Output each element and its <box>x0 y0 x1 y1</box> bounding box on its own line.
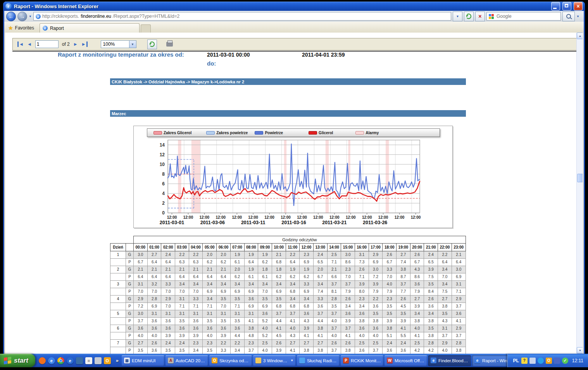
url-domain: finderonline.eu <box>81 14 111 19</box>
outlook-icon[interactable]: O <box>104 357 111 364</box>
cell-value: 4.4 <box>272 317 286 325</box>
forward-button[interactable]: → <box>17 12 27 21</box>
language-indicator[interactable]: PL <box>513 358 519 363</box>
tab-favicon: e <box>43 26 48 31</box>
refresh-button[interactable] <box>464 12 474 21</box>
minimize-button[interactable] <box>551 2 560 10</box>
outlook-tray-icon[interactable]: O <box>546 358 552 364</box>
help-icon[interactable]: ? <box>521 358 528 364</box>
svg-text:2011-03-06: 2011-03-06 <box>200 220 225 225</box>
start-button[interactable]: start <box>0 354 35 367</box>
taskbar-button[interactable]: 3 Windows E...▼ <box>253 355 296 366</box>
firefox-icon[interactable] <box>39 357 46 364</box>
taskbar-button[interactable]: Słuchaj Radio ... <box>297 355 340 366</box>
refresh-report-button[interactable] <box>147 40 157 49</box>
display-icon[interactable] <box>529 358 536 364</box>
row-type: G <box>126 251 134 258</box>
cell-value: 6.9 <box>244 303 258 310</box>
cell-value: 2.2 <box>438 251 452 258</box>
first-page-button[interactable]: ◄ <box>17 41 24 47</box>
network-icon[interactable] <box>554 358 560 364</box>
group-dropdown-icon[interactable]: ▼ <box>290 359 293 362</box>
scroll-thumb[interactable] <box>577 174 583 182</box>
zoom-select[interactable]: 100% ▼ <box>101 40 136 48</box>
cell-value: 2.8 <box>327 295 341 303</box>
cell-value: 3.1 <box>161 310 175 317</box>
svg-text:12:00: 12:00 <box>281 215 291 220</box>
page-number-input[interactable] <box>35 40 59 48</box>
last-page-button[interactable]: ► <box>81 41 88 47</box>
restore-button[interactable] <box>562 2 571 10</box>
notepad-icon[interactable]: ≡ <box>85 357 92 364</box>
internet-explorer-icon[interactable]: e <box>48 357 55 364</box>
url-dropdown-button[interactable]: ▼ <box>453 12 462 21</box>
taskbar-button[interactable]: WMicrosoft Offic... <box>385 355 427 366</box>
internet-explorer-alt-icon[interactable]: e <box>67 357 74 364</box>
cell-value: 2.0 <box>230 266 244 273</box>
cell-value: 5.5 <box>397 332 410 339</box>
show-desktop-icon[interactable] <box>76 357 83 364</box>
legend-item: Zakres Glicerol <box>153 131 191 135</box>
tab-raport[interactable]: e Raport <box>40 23 140 33</box>
scroll-up-icon[interactable]: ▲ <box>577 33 583 39</box>
cell-value: 4.0 <box>134 332 148 339</box>
row-type: G <box>126 280 134 288</box>
cell-value: 3.9 <box>161 332 175 339</box>
new-tab-stub[interactable] <box>141 24 151 33</box>
cell-value: 3.6 <box>203 325 217 332</box>
row-type: P <box>126 317 134 325</box>
history-dropdown-icon[interactable]: ▼ <box>29 15 32 18</box>
messenger-icon[interactable] <box>538 358 544 364</box>
cell-value: 3.6 <box>355 310 369 317</box>
search-button[interactable] <box>562 12 575 21</box>
cell-value: 6.9 <box>300 288 314 295</box>
taskbar-button[interactable]: eFinder.BloodDo... <box>428 355 471 366</box>
stop-button[interactable]: × <box>475 12 485 21</box>
back-button[interactable]: ← <box>6 12 16 21</box>
scroll-down-icon[interactable]: ▼ <box>577 347 583 354</box>
favorites-button[interactable]: ★ Favorites <box>8 23 40 33</box>
chart-svg: 0246810121412:0012:0012:0012:0012:0012:0… <box>134 136 452 228</box>
taskbar-button[interactable]: eRaport - Windo... <box>472 355 507 366</box>
previous-page-button[interactable]: ◄ <box>27 41 32 47</box>
cell-value: 3.9 <box>383 317 397 325</box>
cell-value: 6.9 <box>230 288 244 295</box>
taskbar-button[interactable]: ▦EDM miniUI <box>122 355 164 366</box>
cell-value: 2.5 <box>369 339 383 347</box>
cell-value: 3.6 <box>397 347 410 354</box>
search-options-icon[interactable]: ▼ <box>576 15 579 18</box>
search-box[interactable] <box>486 12 561 21</box>
vertical-scrollbar[interactable]: ▲ ▼ <box>576 33 583 354</box>
next-page-button[interactable]: ► <box>73 41 78 47</box>
cell-value: 2.2 <box>217 339 231 347</box>
alarm-band <box>191 140 200 213</box>
cell-value: 6.4 <box>452 258 466 266</box>
search-input[interactable] <box>496 13 559 19</box>
cell-value: 7.9 <box>369 288 383 295</box>
cell-value: 2.7 <box>397 251 410 258</box>
cell-value: 7.1 <box>230 303 244 310</box>
hour-header: 06:00 <box>217 243 231 251</box>
cell-value: 3.6 <box>424 303 438 310</box>
quick-launch-overflow-icon[interactable]: » <box>114 358 120 363</box>
antivirus-icon[interactable]: ✓ <box>562 358 568 364</box>
cell-value: 3.5 <box>383 303 397 310</box>
close-button[interactable]: × <box>574 2 583 10</box>
taskbar-button[interactable]: AAutoCAD 2005... <box>166 355 208 366</box>
printer-quicklaunch-icon[interactable] <box>95 357 102 364</box>
table-row-glicerol: 3G3.13.23.33.43.43.43.43.43.43.43.43.43.… <box>110 280 466 288</box>
cell-value: 2.4 <box>161 251 175 258</box>
google-icon <box>489 14 494 19</box>
taskbar-button-label: Słuchaj Radio ... <box>307 358 337 363</box>
cell-value: 4.0 <box>410 325 424 332</box>
cell-value: 4.1 <box>341 332 355 339</box>
taskbar-button[interactable]: PRCKiK Monitori... <box>341 355 383 366</box>
day-number <box>110 258 126 266</box>
taskbar-button[interactable]: OSkrzynka odbio... <box>209 355 252 366</box>
print-button[interactable] <box>166 42 173 47</box>
day-number: 5 <box>110 310 126 317</box>
cell-value: 3.3 <box>189 295 203 303</box>
series-Powietrze <box>168 144 419 206</box>
url-field[interactable]: e http://rckikreports.finderonline.eu/Re… <box>33 12 451 21</box>
chrome-icon[interactable] <box>57 357 64 364</box>
